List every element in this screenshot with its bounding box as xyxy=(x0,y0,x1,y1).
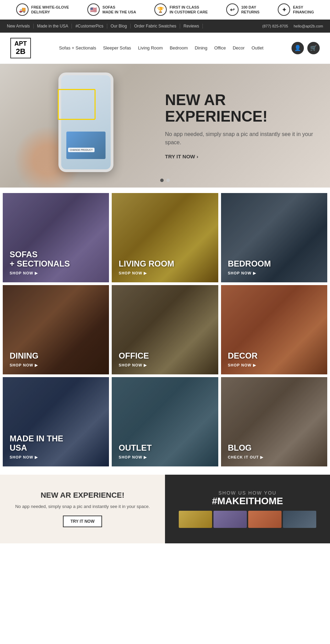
nav-dining[interactable]: Dining xyxy=(195,45,207,50)
nav-living[interactable]: Living Room xyxy=(138,45,163,50)
category-outlet[interactable]: OUTLET SHOP NOW xyxy=(112,377,218,466)
category-decor-title: DECOR xyxy=(228,351,320,360)
financing-line1: EASY xyxy=(293,5,314,10)
returns-line1: 100 DAY xyxy=(241,5,260,10)
gallery-item-1 xyxy=(179,511,212,528)
category-dining[interactable]: DINING SHOP NOW xyxy=(3,285,109,374)
category-office-shop[interactable]: SHOP NOW xyxy=(119,363,211,368)
category-madeusa-overlay: MADE IN THEUSA SHOP NOW xyxy=(3,377,109,466)
nav-link-new-arrivals[interactable]: New Arrivals xyxy=(7,24,34,29)
category-dining-shop[interactable]: SHOP NOW xyxy=(10,363,102,368)
category-decor-overlay: DECOR SHOP NOW xyxy=(221,285,327,374)
cart-button[interactable]: 🛒 xyxy=(307,42,320,54)
makeithome-gallery xyxy=(179,511,316,528)
top-banner: 🚚 FREE WHITE-GLOVE DELIVERY 🇺🇸 SOFAS MAD… xyxy=(0,0,330,20)
nav-link-customer-pics[interactable]: #CustomerPics xyxy=(72,24,107,29)
category-madeusa-title: MADE IN THEUSA xyxy=(10,434,102,452)
category-living-shop[interactable]: SHOP NOW xyxy=(119,271,211,275)
logo[interactable]: APT 2B xyxy=(10,38,31,58)
nav-phone[interactable]: (877) 825-8705 xyxy=(262,24,288,28)
care-icon: 🏆 xyxy=(154,3,167,16)
dot-2[interactable] xyxy=(166,179,170,182)
hero-description: No app needed, simply snap a pic and ins… xyxy=(165,130,316,147)
gallery-item-3 xyxy=(248,511,282,528)
phone-mockup: CHANGE PRODUCT xyxy=(58,72,113,172)
delivery-line1: FREE WHITE-GLOVE xyxy=(31,5,69,10)
makeithome-heading: SHOW US HOW YOU xyxy=(219,490,277,496)
nav-link-swatches[interactable]: Order Fabric Swatches xyxy=(131,24,180,29)
hero-cta-button[interactable]: TRY IT NOW › xyxy=(165,154,198,159)
ar-card-title: NEW AR EXPERIENCE! xyxy=(41,491,124,500)
category-bedroom-overlay: BEDROOM SHOP NOW xyxy=(221,193,327,282)
change-product-btn[interactable]: CHANGE PRODUCT xyxy=(68,148,95,152)
banner-care: 🏆 FIRST IN CLASS IN CUSTOMER CARE xyxy=(154,3,208,16)
secondary-nav: New Arrivals Made in the USA #CustomerPi… xyxy=(0,20,330,33)
hero-title: NEW AR EXPERIENCE! xyxy=(165,92,316,125)
nav-office[interactable]: Office xyxy=(214,45,226,50)
hero-image-area: CHANGE PRODUCT xyxy=(0,64,151,188)
banner-delivery: 🚚 FREE WHITE-GLOVE DELIVERY xyxy=(16,3,69,16)
category-outlet-overlay: OUTLET SHOP NOW xyxy=(112,377,218,466)
nav-outlet[interactable]: Outlet xyxy=(252,45,264,50)
category-blog[interactable]: BLOG CHECK IT OUT xyxy=(221,377,327,466)
ar-card-description: No app needed, simply snap a pic and ins… xyxy=(15,503,150,510)
nav-link-reviews[interactable]: Reviews xyxy=(180,24,203,29)
category-office[interactable]: OFFICE SHOP NOW xyxy=(112,285,218,374)
category-office-overlay: OFFICE SHOP NOW xyxy=(112,285,218,374)
nav-links-list: New Arrivals Made in the USA #CustomerPi… xyxy=(7,24,203,29)
category-bedroom-shop[interactable]: SHOP NOW xyxy=(228,271,320,275)
main-header: APT 2B Sofas + Sectionals Sleeper Sofas … xyxy=(0,33,330,64)
bottom-section: NEW AR EXPERIENCE! No app needed, simply… xyxy=(0,475,330,543)
usa-line2: MADE IN THE USA xyxy=(102,10,136,14)
makeithome-hashtag: #MAKEITHOME xyxy=(212,496,283,507)
financing-line2: FINANCING xyxy=(293,10,314,14)
usa-line1: SOFAS xyxy=(102,5,136,10)
hero-dots xyxy=(160,179,170,182)
dot-1[interactable] xyxy=(160,179,164,182)
nav-link-blog[interactable]: Our Blog xyxy=(107,24,131,29)
category-decor[interactable]: DECOR SHOP NOW xyxy=(221,285,327,374)
nav-contact: (877) 825-8705 hello@apt2b.com xyxy=(262,24,323,28)
category-living[interactable]: LIVING ROOM SHOP NOW xyxy=(112,193,218,282)
logo-line2: 2B xyxy=(14,47,27,56)
returns-icon: ↩ xyxy=(226,3,239,16)
logo-line1: APT xyxy=(14,41,27,47)
main-nav: Sofas + Sectionals Sleeper Sofas Living … xyxy=(59,45,264,50)
category-blog-title: BLOG xyxy=(228,443,320,452)
care-line2: IN CUSTOMER CARE xyxy=(169,10,208,14)
banner-usa: 🇺🇸 SOFAS MADE IN THE USA xyxy=(87,3,136,16)
usa-icon: 🇺🇸 xyxy=(87,3,100,16)
category-dining-title: DINING xyxy=(10,351,102,360)
category-blog-shop[interactable]: CHECK IT OUT xyxy=(228,455,320,460)
nav-link-made-usa[interactable]: Made in the USA xyxy=(34,24,72,29)
ar-yellow-box xyxy=(58,89,96,120)
financing-icon: ✦ xyxy=(278,3,290,16)
ar-try-button[interactable]: TRY IT NOW xyxy=(63,516,102,527)
delivery-icon: 🚚 xyxy=(16,3,29,16)
category-bedroom-title: BEDROOM xyxy=(228,259,320,268)
ar-card: NEW AR EXPERIENCE! No app needed, simply… xyxy=(0,475,165,543)
nav-bedroom[interactable]: Bedroom xyxy=(170,45,188,50)
nav-sleeper[interactable]: Sleeper Sofas xyxy=(103,45,131,50)
category-bedroom[interactable]: BEDROOM SHOP NOW xyxy=(221,193,327,282)
category-sofas-overlay: SOFAS+ SECTIONALS SHOP NOW xyxy=(3,193,109,282)
category-sofas[interactable]: SOFAS+ SECTIONALS SHOP NOW xyxy=(3,193,109,282)
category-madeusa[interactable]: MADE IN THEUSA SHOP NOW xyxy=(3,377,109,466)
category-sofas-shop[interactable]: SHOP NOW xyxy=(10,271,102,275)
category-office-title: OFFICE xyxy=(119,351,211,360)
delivery-line2: DELIVERY xyxy=(31,10,69,14)
category-dining-overlay: DINING SHOP NOW xyxy=(3,285,109,374)
account-button[interactable]: 👤 xyxy=(292,42,304,54)
category-madeusa-shop[interactable]: SHOP NOW xyxy=(10,455,102,460)
nav-email[interactable]: hello@apt2b.com xyxy=(294,24,323,28)
nav-decor[interactable]: Decor xyxy=(233,45,245,50)
category-outlet-title: OUTLET xyxy=(119,443,211,452)
hero-content: NEW AR EXPERIENCE! No app needed, simply… xyxy=(151,78,330,174)
hero-section: CHANGE PRODUCT NEW AR EXPERIENCE! No app… xyxy=(0,64,330,188)
category-outlet-shop[interactable]: SHOP NOW xyxy=(119,455,211,460)
header-icons: 👤 🛒 xyxy=(292,42,320,54)
nav-sofas[interactable]: Sofas + Sectionals xyxy=(59,45,96,50)
category-decor-shop[interactable]: SHOP NOW xyxy=(228,363,320,368)
category-living-title: LIVING ROOM xyxy=(119,259,211,268)
care-line1: FIRST IN CLASS xyxy=(169,5,208,10)
